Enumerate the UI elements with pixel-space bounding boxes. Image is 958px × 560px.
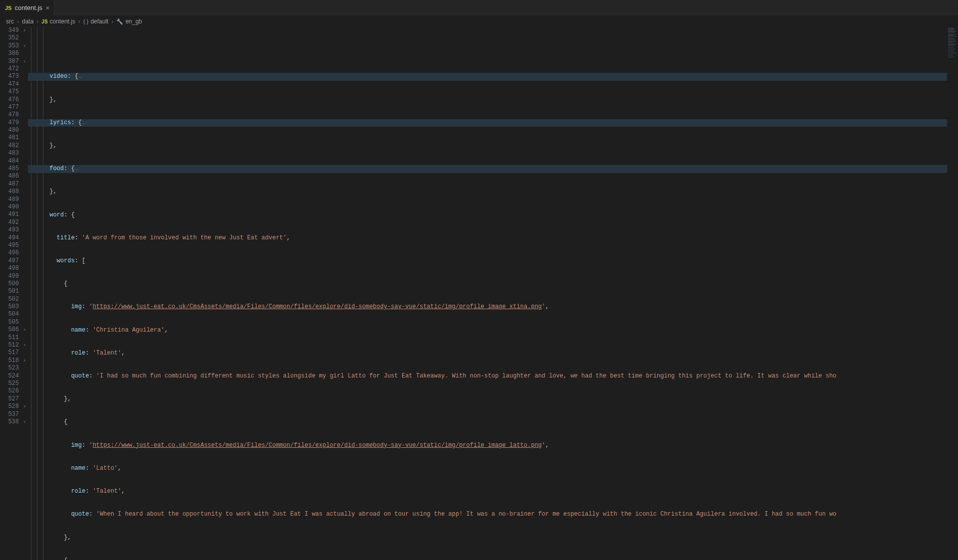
symbol-icon: { } xyxy=(83,18,88,24)
js-file-icon: JS xyxy=(41,19,47,24)
fold-chevron-icon[interactable]: › xyxy=(19,418,26,426)
close-icon[interactable]: × xyxy=(45,4,49,12)
tab-filename: content.js xyxy=(14,4,42,11)
chevron-right-icon: › xyxy=(111,18,113,25)
wrench-icon: 🔧 xyxy=(116,18,123,25)
breadcrumb-item[interactable]: default xyxy=(90,18,108,25)
breadcrumb-item[interactable]: src xyxy=(6,18,14,25)
breadcrumb-item[interactable]: en_gb xyxy=(125,18,142,25)
fold-chevron-icon[interactable]: › xyxy=(19,357,26,365)
line-number-gutter: 349› 352 353› 386 387› 472 473 474 475 4… xyxy=(0,27,28,560)
fold-chevron-icon[interactable]: › xyxy=(19,342,26,349)
breadcrumb: src › data › JS content.js › { } default… xyxy=(0,16,958,27)
breadcrumb-item[interactable]: data xyxy=(22,18,33,25)
fold-chevron-icon[interactable]: › xyxy=(19,58,26,65)
editor: 349› 352 353› 386 387› 472 473 474 475 4… xyxy=(0,27,958,560)
code-area[interactable]: video: {… }, lyrics: {… }, food: {… }, w… xyxy=(28,27,947,560)
js-file-icon: JS xyxy=(5,5,11,11)
chevron-right-icon: › xyxy=(36,18,38,25)
minimap[interactable] xyxy=(947,27,958,560)
chevron-right-icon: › xyxy=(17,18,19,25)
chevron-right-icon: › xyxy=(78,18,80,25)
fold-chevron-icon[interactable]: › xyxy=(19,403,26,410)
tab-bar: JS content.js × xyxy=(0,0,958,16)
breadcrumb-item[interactable]: content.js xyxy=(50,18,75,25)
fold-chevron-icon[interactable]: › xyxy=(19,42,26,50)
tab-content-js[interactable]: JS content.js × xyxy=(0,0,53,16)
fold-chevron-icon[interactable]: › xyxy=(19,326,26,334)
fold-chevron-icon[interactable]: › xyxy=(19,27,26,34)
